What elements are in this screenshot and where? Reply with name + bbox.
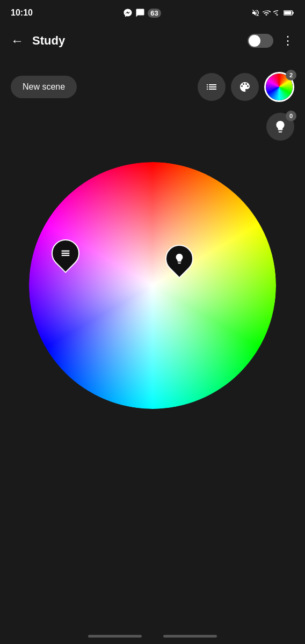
messenger2-icon <box>135 8 145 18</box>
light-button-wrap: 0 <box>266 113 294 141</box>
page-title: Study <box>32 34 65 48</box>
strip-icon <box>60 247 71 259</box>
light-button-row: 0 <box>0 113 305 141</box>
list-icon <box>205 80 218 93</box>
lightbulb-icon <box>273 120 287 134</box>
strip-light-indicator[interactable] <box>52 239 79 267</box>
color-wheel-svg[interactable] <box>29 162 276 409</box>
svg-rect-1 <box>284 11 291 14</box>
svg-rect-2 <box>293 12 294 14</box>
color-wheel-badge: 2 <box>286 70 296 80</box>
list-view-button[interactable] <box>198 73 226 101</box>
nav-left: ← Study <box>11 33 65 48</box>
toolbar-row: New scene 2 <box>0 63 305 111</box>
new-scene-button[interactable]: New scene <box>11 76 77 98</box>
notification-icons: 63 <box>123 8 161 18</box>
wifi-icon <box>262 9 271 17</box>
palette-icon <box>238 80 251 93</box>
more-options-button[interactable]: ⋮ <box>282 34 294 48</box>
spot-light-pin <box>159 239 199 279</box>
strip-light-pin <box>46 233 85 273</box>
color-wheel-button-wrap: 2 <box>264 72 294 102</box>
mute-icon <box>251 9 260 17</box>
bottom-bar <box>0 635 305 638</box>
power-toggle[interactable] <box>248 34 273 48</box>
battery-icon <box>284 9 294 17</box>
spot-light-indicator[interactable] <box>165 245 193 273</box>
status-bar: 10:10 63 <box>0 0 305 24</box>
spot-icon <box>173 253 185 265</box>
toolbar-icons: 2 <box>198 72 294 102</box>
top-navigation: ← Study ⋮ <box>0 24 305 58</box>
signal-icon <box>273 9 281 17</box>
bottom-pill-1 <box>88 635 142 638</box>
palette-button[interactable] <box>231 73 259 101</box>
bottom-pill-2 <box>163 635 217 638</box>
light-badge: 0 <box>286 111 296 121</box>
color-wheel-container <box>0 162 305 409</box>
system-icons <box>251 9 294 17</box>
toggle-knob <box>249 35 260 47</box>
nav-right: ⋮ <box>248 34 294 48</box>
status-time: 10:10 <box>11 8 33 18</box>
messenger-icon <box>123 8 133 18</box>
color-wheel-wrapper <box>29 162 276 409</box>
back-button[interactable]: ← <box>11 33 24 48</box>
notification-count: 63 <box>148 9 161 18</box>
